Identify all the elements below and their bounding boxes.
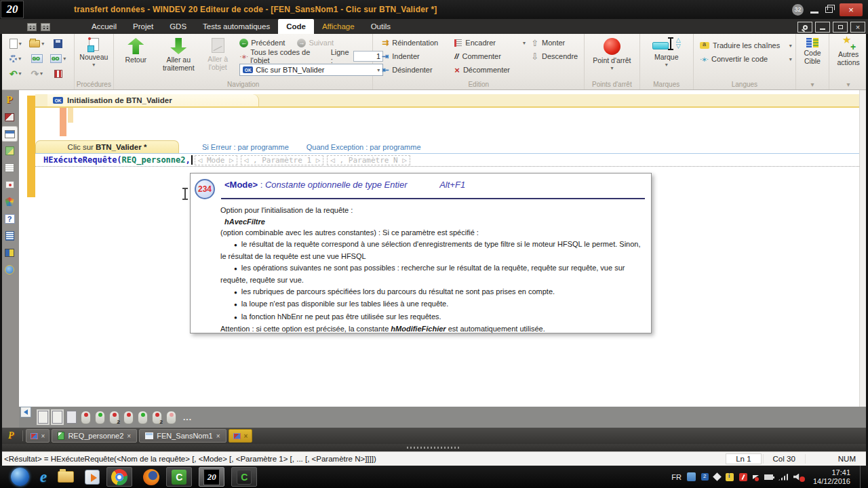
bookmark-nav-arrows[interactable]: △▽ — [676, 37, 681, 49]
doc-tab-fen-sansnom1[interactable]: FEN_SansNom1 × — [139, 429, 226, 443]
start-button[interactable] — [11, 468, 29, 486]
descendre-button[interactable]: Descendre — [530, 49, 578, 63]
go-test-button[interactable] — [26, 52, 48, 65]
tab-projet[interactable]: Projet — [125, 19, 161, 34]
tous-codes-button[interactable]: Tous les codes de l'objet — [250, 48, 328, 64]
event-page-icon-1[interactable] — [38, 411, 48, 424]
placeholder-mode[interactable]: ◁ Mode ▷ — [195, 155, 237, 165]
event-tab-clic[interactable]: Clic sur BTN_Valider * — [35, 140, 179, 153]
mouse-event-icon-2[interactable] — [95, 411, 105, 424]
media-player-button[interactable] — [85, 470, 100, 485]
placeholder-param1[interactable]: ◁ , Paramètre 1 ▷ — [241, 155, 324, 165]
code-line[interactable]: HExécuteRequête(REQ_personne2, ◁ Mode ▷ … — [35, 154, 859, 167]
decommenter-button[interactable]: Décommenter — [453, 63, 526, 77]
event-combo[interactable]: OK Clic sur BTN_Valider ▾ — [239, 64, 383, 76]
shield-icon[interactable] — [2, 195, 17, 209]
new-document-button[interactable]: ▾ — [5, 37, 26, 50]
exception-mode-link[interactable]: Quand Exception : par programme — [307, 143, 421, 153]
minimize-button[interactable] — [810, 12, 818, 14]
windev-taskbar-button[interactable]: 20 — [199, 467, 224, 487]
open-button[interactable]: ▾ — [26, 37, 48, 50]
event-page-icon-2[interactable] — [52, 411, 62, 424]
save-button[interactable] — [47, 37, 69, 50]
reindentation-button[interactable]: Réindentation — [380, 36, 449, 49]
mouse-event-icon-3[interactable] — [109, 411, 119, 424]
search-button[interactable] — [797, 22, 812, 33]
autres-actions-dropdown[interactable]: ▾ — [831, 80, 865, 89]
nouveau-button[interactable]: Nouveau ▾ — [79, 36, 108, 80]
camtasia-button[interactable]: C — [166, 467, 192, 487]
tab-tests-automatiques[interactable]: Tests automatiques — [195, 19, 278, 34]
component-icon[interactable] — [2, 178, 17, 192]
help-icon[interactable]: ? — [2, 211, 17, 226]
event-tab-initialisation[interactable]: OK Initialisation de BTN_Valider — [47, 94, 259, 106]
globe-icon[interactable] — [2, 262, 17, 277]
settings-button[interactable]: ▾ — [5, 52, 26, 65]
quick-grid2-icon[interactable] — [41, 23, 50, 31]
window-editor-icon[interactable] — [2, 127, 17, 141]
mouse-event-icon-4[interactable] — [123, 411, 134, 424]
close-icon[interactable]: × — [216, 432, 220, 440]
analysis-doc-tab[interactable]: × — [26, 429, 50, 443]
tab-affichage[interactable]: Affichage — [314, 19, 363, 34]
more-events-button[interactable]: ... — [183, 413, 192, 422]
notes-icon[interactable] — [2, 144, 17, 158]
camtasia-recorder-button[interactable]: C — [231, 467, 257, 487]
scroll-left-button[interactable] — [20, 407, 31, 418]
redo-button[interactable]: ▾ — [26, 67, 48, 80]
antivirus-icon[interactable] — [739, 473, 747, 481]
battery-icon[interactable] — [764, 474, 773, 480]
code-cible-button[interactable]: Code Cible — [798, 36, 827, 80]
mdi-close-button[interactable]: × — [850, 22, 865, 33]
event-page-icon-3[interactable] — [66, 411, 77, 424]
chrome-button[interactable] — [106, 467, 132, 487]
mouse-event-icon-6[interactable] — [152, 411, 162, 424]
close-icon[interactable]: × — [244, 432, 248, 440]
project-p-icon[interactable]: P — [2, 93, 17, 107]
go-project-button[interactable]: ▾ — [47, 52, 69, 65]
traduire-button[interactable]: Traduire les chaînes▾ — [698, 39, 792, 52]
dropbox-icon[interactable] — [713, 472, 722, 481]
mouse-event-icon-7[interactable] — [166, 411, 176, 424]
analysis-icon[interactable] — [2, 110, 17, 124]
close-icon[interactable]: × — [41, 432, 45, 440]
action-center-flag-icon[interactable] — [753, 475, 759, 479]
history-button[interactable] — [47, 67, 69, 80]
form-icon[interactable] — [2, 161, 17, 175]
monter-button[interactable]: Monter — [530, 36, 578, 49]
firefox-button[interactable] — [143, 469, 159, 485]
tray-info-icon[interactable] — [726, 473, 734, 481]
aller-traitement-button[interactable]: Aller au traitement — [155, 36, 201, 80]
doc-tab-req-personne2[interactable]: REQ_personne2 × — [52, 429, 137, 443]
restore-button[interactable] — [825, 7, 833, 13]
splitter-bar[interactable] — [0, 444, 868, 451]
mouse-event-icon-1[interactable] — [81, 411, 91, 424]
precedent-button[interactable]: Précédent — [251, 39, 285, 47]
document-icon[interactable] — [2, 228, 17, 243]
network-signal-icon[interactable] — [778, 474, 788, 481]
encadrer-button[interactable]: Encadrer▾ — [453, 36, 526, 49]
show-desktop-button[interactable] — [860, 466, 865, 488]
tray-update-icon[interactable] — [701, 473, 709, 481]
commenter-button[interactable]: Commenter — [453, 49, 526, 63]
undo-button[interactable]: ▾ — [5, 67, 26, 80]
project-home-icon[interactable]: P — [3, 430, 20, 441]
close-button[interactable]: × — [840, 3, 863, 16]
placeholder-paramN[interactable]: ◁ , Paramètre N ▷ — [327, 155, 410, 165]
convertir-button[interactable]: Convertir le code▾ — [698, 52, 792, 66]
tab-code[interactable]: Code — [278, 19, 314, 34]
retour-button[interactable]: Retour — [116, 36, 155, 80]
clock[interactable]: 17:41 14/12/2016 — [813, 468, 850, 486]
autres-actions-button[interactable]: Autres actions — [831, 36, 865, 80]
code-doc-tab-active[interactable]: × — [229, 429, 253, 443]
internet-explorer-button[interactable]: e — [40, 468, 47, 486]
code-editor[interactable]: OK Initialisation de BTN_Valider Clic su… — [19, 90, 868, 407]
mdi-restore-button[interactable] — [833, 22, 848, 33]
splitter-handle[interactable] — [407, 447, 461, 449]
file-explorer-button[interactable] — [58, 471, 74, 483]
tab-accueil[interactable]: Accueil — [83, 19, 125, 34]
tab-outils[interactable]: Outils — [363, 19, 399, 34]
point-arret-button[interactable]: Point d'arrêt ▾ — [593, 36, 631, 80]
code-cible-dropdown[interactable]: ▾ — [798, 80, 827, 89]
tab-gds[interactable]: GDS — [161, 19, 195, 34]
